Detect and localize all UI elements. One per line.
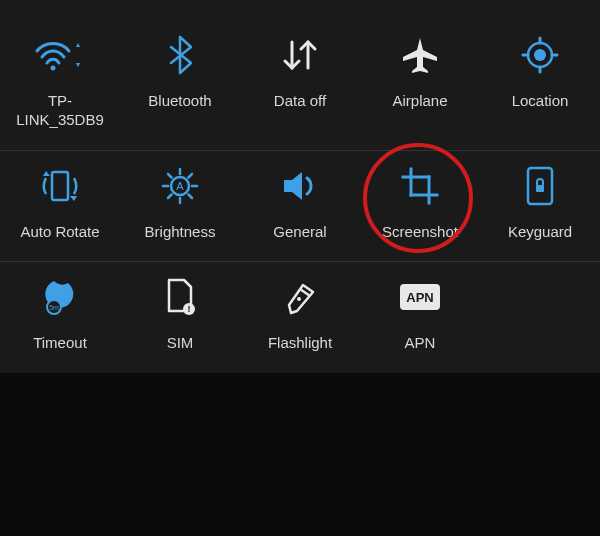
tile-label: Location xyxy=(512,92,569,111)
tile-label: Flashlight xyxy=(268,334,332,353)
svg-rect-11 xyxy=(52,172,68,200)
tile-airplane[interactable]: Airplane xyxy=(360,30,480,130)
tile-label: Screenshot xyxy=(382,223,458,242)
svg-marker-2 xyxy=(76,63,80,67)
tile-timeout[interactable]: 5m Timeout xyxy=(0,272,120,353)
svg-line-23 xyxy=(189,174,193,178)
tile-label: TP- LINK_35DB9 xyxy=(16,92,104,130)
tile-location[interactable]: Location xyxy=(480,30,600,130)
airplane-icon xyxy=(400,30,440,80)
svg-point-35 xyxy=(297,297,301,301)
tile-label: Data off xyxy=(274,92,326,111)
svg-text:5m: 5m xyxy=(49,304,59,311)
keyguard-icon xyxy=(525,161,555,211)
quick-settings-row: 5m Timeout ! SIM xyxy=(0,262,480,373)
tile-apn[interactable]: APN APN xyxy=(360,272,480,353)
brightness-icon: A xyxy=(159,161,201,211)
svg-marker-13 xyxy=(70,196,77,201)
quick-settings-panel: TP- LINK_35DB9 Bluetooth xyxy=(0,0,600,373)
svg-point-5 xyxy=(534,49,546,61)
svg-rect-29 xyxy=(536,185,544,192)
tile-label: Bluetooth xyxy=(148,92,211,111)
quick-settings-row: Auto Rotate A xyxy=(0,151,600,263)
tile-sim[interactable]: ! SIM xyxy=(120,272,240,353)
timeout-icon: 5m xyxy=(40,272,80,322)
svg-text:!: ! xyxy=(188,304,191,314)
svg-point-0 xyxy=(51,66,56,71)
tile-label: Keyguard xyxy=(508,223,572,242)
tile-brightness[interactable]: A Brightness xyxy=(120,161,240,242)
tile-label: SIM xyxy=(167,334,194,353)
tile-auto-rotate[interactable]: Auto Rotate xyxy=(0,161,120,242)
tile-label: Airplane xyxy=(392,92,447,111)
apn-icon: APN xyxy=(398,272,442,322)
screenshot-icon xyxy=(400,161,440,211)
tile-label: Timeout xyxy=(33,334,87,353)
svg-marker-1 xyxy=(76,43,80,47)
svg-line-20 xyxy=(168,174,172,178)
data-off-icon xyxy=(280,30,320,80)
tile-bluetooth[interactable]: Bluetooth xyxy=(120,30,240,130)
svg-line-21 xyxy=(189,194,193,198)
tile-label: Brightness xyxy=(145,223,216,242)
bluetooth-icon xyxy=(167,30,193,80)
wifi-icon xyxy=(33,30,87,80)
tile-sound[interactable]: General xyxy=(240,161,360,242)
sim-icon: ! xyxy=(164,272,196,322)
rotate-icon xyxy=(38,161,82,211)
tile-screenshot[interactable]: Screenshot xyxy=(360,161,480,242)
svg-text:APN: APN xyxy=(406,290,433,305)
tile-label: General xyxy=(273,223,326,242)
tile-wifi[interactable]: TP- LINK_35DB9 xyxy=(0,30,120,130)
tile-flashlight[interactable]: Flashlight xyxy=(240,272,360,353)
flashlight-icon xyxy=(283,272,317,322)
tile-keyguard[interactable]: Keyguard xyxy=(480,161,600,242)
svg-text:A: A xyxy=(176,180,184,192)
svg-marker-12 xyxy=(43,171,50,176)
tile-label: APN xyxy=(405,334,436,353)
quick-settings-row: TP- LINK_35DB9 Bluetooth xyxy=(0,20,600,151)
speaker-icon xyxy=(280,161,320,211)
svg-line-22 xyxy=(168,194,172,198)
tile-label: Auto Rotate xyxy=(20,223,99,242)
tile-data[interactable]: Data off xyxy=(240,30,360,130)
location-icon xyxy=(520,30,560,80)
